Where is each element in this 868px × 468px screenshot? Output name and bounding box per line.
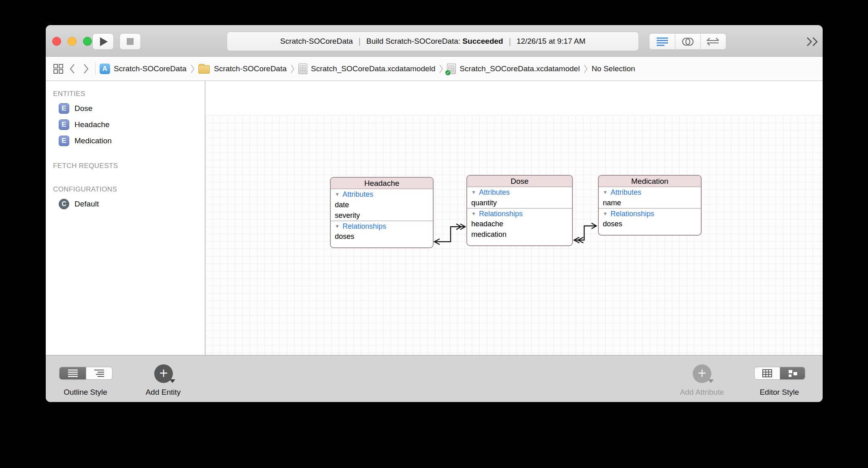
close-icon[interactable]: [52, 37, 61, 46]
bottom-toolbar: Outline Style + Add Entity + Add Attribu…: [46, 355, 823, 402]
breadcrumb-separator-icon: [583, 64, 588, 74]
breadcrumb-item[interactable]: Scratch_SOCoreData.xcdatamodeld: [298, 64, 435, 74]
xcode-window: Scratch-SOCoreData | Build Scratch-SOCor…: [46, 25, 823, 402]
assistant-editor-button[interactable]: [675, 34, 700, 49]
sidebar-section-title: FETCH REQUESTS: [46, 158, 205, 172]
section-header-relationships[interactable]: ▼Relationships: [467, 208, 572, 219]
traffic-lights: [52, 37, 92, 46]
breadcrumb-item[interactable]: ✓Scratch_SOCoreData.xcdatamodel: [447, 64, 580, 74]
table-icon: [762, 369, 772, 377]
screen-background: Scratch-SOCoreData | Build Scratch-SOCor…: [0, 0, 868, 468]
dropdown-caret-icon: [708, 379, 714, 383]
outline-style-label: Outline Style: [53, 388, 118, 397]
add-attribute-button[interactable]: +: [693, 364, 711, 383]
status-datetime: 12/26/15 at 9:17 AM: [517, 37, 585, 46]
outline-style-control: [59, 367, 113, 380]
check-badge-icon: ✓: [445, 70, 451, 76]
editor-style-graph-button[interactable]: [780, 367, 805, 379]
datamodel-icon: ✓: [447, 64, 456, 74]
breadcrumb-separator-icon: [439, 64, 443, 74]
entity-box-headache[interactable]: Headache▼Attributesdateseverity▼Relation…: [330, 177, 434, 248]
disclosure-triangle-icon: ▼: [603, 208, 608, 219]
breadcrumb-item[interactable]: AScratch-SOCoreData: [100, 64, 187, 74]
relationship-row[interactable]: doses: [599, 219, 701, 229]
zoom-icon[interactable]: [83, 37, 92, 46]
section-header-label: Attributes: [343, 189, 373, 200]
sidebar-item-medication[interactable]: EMedication: [46, 133, 205, 149]
attribute-row[interactable]: date: [331, 200, 433, 210]
sidebar-item-label: Medication: [74, 136, 112, 145]
configuration-badge-icon: C: [59, 199, 69, 209]
editor-style-table-button[interactable]: [755, 367, 780, 379]
toolbar-overflow-button[interactable]: [804, 35, 822, 49]
folder-icon: [198, 65, 210, 74]
stop-button[interactable]: [119, 33, 141, 50]
breadcrumb-label: Scratch_SOCoreData.xcdatamodel: [460, 64, 580, 73]
editor-style-label: Editor Style: [747, 388, 812, 397]
status-divider: |: [359, 37, 361, 46]
forward-button[interactable]: [79, 62, 93, 76]
relationship-row[interactable]: doses: [331, 231, 433, 242]
chevron-left-icon: [69, 64, 75, 74]
version-editor-button[interactable]: [700, 34, 726, 49]
graph-icon: [787, 369, 798, 377]
sidebar-item-default[interactable]: CDefault: [46, 196, 205, 212]
relationship-row[interactable]: headache: [467, 219, 572, 229]
model-diagram-canvas[interactable]: Headache▼Attributesdateseverity▼Relation…: [205, 81, 823, 355]
entity-badge-icon: E: [59, 136, 69, 146]
section-header-label: Relationships: [611, 208, 654, 219]
section-header-label: Attributes: [479, 187, 510, 198]
project-icon: A: [100, 64, 110, 74]
attribute-row[interactable]: name: [599, 198, 701, 208]
editor-mode-buttons: [649, 33, 726, 50]
disclosure-triangle-icon: ▼: [471, 187, 476, 198]
run-button[interactable]: [92, 33, 114, 50]
entity-badge-icon: E: [59, 119, 69, 130]
toolbar-overflow-icon: [806, 36, 820, 47]
section-header-attributes[interactable]: ▼Attributes: [467, 187, 572, 198]
section-header-relationships[interactable]: ▼Relationships: [331, 221, 433, 231]
attribute-row[interactable]: severity: [331, 210, 433, 221]
editor-style-control: [754, 367, 805, 380]
minimize-icon[interactable]: [68, 37, 77, 46]
stop-icon: [127, 38, 134, 45]
hierarchical-list-icon: [94, 369, 104, 377]
breadcrumb-item[interactable]: No Selection: [591, 64, 635, 73]
section-header-attributes[interactable]: ▼Attributes: [599, 187, 701, 198]
relationship-row[interactable]: medication: [467, 229, 572, 240]
status-divider: |: [509, 37, 511, 46]
disclosure-triangle-icon: ▼: [603, 187, 608, 198]
sidebar-item-headache[interactable]: EHeadache: [46, 117, 205, 133]
section-header-relationships[interactable]: ▼Relationships: [599, 208, 701, 219]
sidebar-item-dose[interactable]: EDose: [46, 100, 205, 117]
entity-box-medication[interactable]: Medication▼Attributesname▼Relationshipsd…: [598, 175, 702, 236]
standard-editor-button[interactable]: [649, 34, 675, 49]
section-header-attributes[interactable]: ▼Attributes: [331, 189, 433, 200]
sidebar-section-title: CONFIGURATIONS: [46, 181, 205, 196]
outline-style-flat-button[interactable]: [60, 367, 86, 379]
section-header-label: Attributes: [611, 187, 641, 198]
entity-box-dose[interactable]: Dose▼Attributesquantity▼Relationshipshea…: [466, 175, 573, 246]
breadcrumb-label: No Selection: [591, 64, 635, 73]
version-editor-icon: [706, 36, 720, 47]
model-sidebar: ENTITIESEDoseEHeadacheEMedicationFETCH R…: [46, 81, 205, 355]
breadcrumb-label: Scratch_SOCoreData.xcdatamodeld: [311, 64, 435, 73]
breadcrumb-label: Scratch-SOCoreData: [114, 64, 187, 73]
breadcrumb-item[interactable]: Scratch-SOCoreData: [198, 64, 287, 74]
sidebar-item-label: Default: [74, 200, 99, 208]
attribute-row[interactable]: quantity: [467, 198, 572, 208]
play-icon: [100, 37, 108, 46]
entity-badge-icon: E: [59, 103, 69, 114]
status-build: Build Scratch-SOCoreData: Succeeded: [366, 37, 503, 46]
disclosure-triangle-icon: ▼: [335, 221, 340, 232]
outline-style-hierarchical-button[interactable]: [86, 367, 112, 379]
activity-view[interactable]: Scratch-SOCoreData | Build Scratch-SOCor…: [227, 32, 639, 51]
chevron-right-icon: [83, 64, 89, 74]
add-entity-button[interactable]: +: [154, 364, 173, 383]
jumpbar-separator: [95, 63, 96, 75]
related-items-button[interactable]: [51, 62, 65, 76]
back-button[interactable]: [65, 62, 79, 76]
jump-bar: AScratch-SOCoreDataScratch-SOCoreDataScr…: [46, 57, 823, 81]
disclosure-triangle-icon: ▼: [335, 189, 340, 200]
sidebar-section-title: ENTITIES: [46, 86, 205, 100]
